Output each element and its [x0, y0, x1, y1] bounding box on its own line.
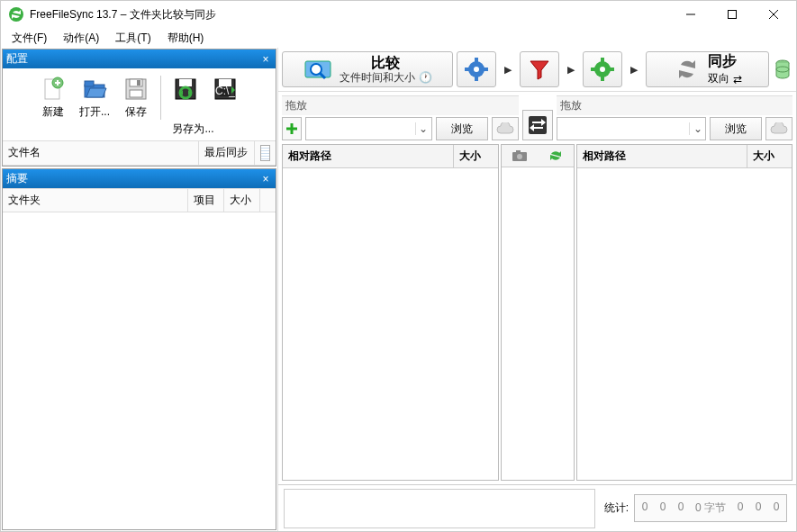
svg-rect-44	[516, 150, 521, 153]
sync-arrow[interactable]: ▶	[626, 51, 642, 87]
left-cloud-button[interactable]	[492, 117, 519, 140]
new-file-icon	[40, 76, 67, 103]
statusbar: 统计: 0 0 0 0 字节 0 0 0	[278, 484, 796, 531]
menu-help[interactable]: 帮助(H)	[160, 29, 212, 48]
filter-button[interactable]	[520, 51, 559, 87]
col-folder[interactable]: 文件夹	[3, 189, 187, 212]
folder-row: 拖放 ⌄ 浏览 拖放 ⌄ 浏览	[278, 92, 796, 144]
right-col-relpath[interactable]: 相对路径	[577, 145, 747, 167]
chevron-down-icon[interactable]: ⌄	[415, 122, 431, 135]
chevron-down-icon[interactable]: ⌄	[689, 122, 705, 135]
left-browse-button[interactable]: 浏览	[436, 117, 488, 140]
svg-point-32	[600, 67, 605, 72]
left-grid-body[interactable]	[283, 168, 498, 480]
left-folder-side: 拖放 ⌄ 浏览	[282, 95, 519, 140]
refresh-icon	[548, 149, 563, 163]
open-label: 打开...	[79, 104, 110, 120]
config-panel-close[interactable]: ×	[259, 53, 272, 66]
titlebar: FreeFileSync 13.7 – 文件夹比较与同步	[1, 1, 796, 28]
gear-blue-icon	[465, 58, 488, 81]
right-col-size[interactable]: 大小	[747, 145, 792, 167]
stats-box: 0 0 0 0 字节 0 0 0	[634, 494, 787, 522]
stat-5: 0	[752, 500, 765, 516]
save-as-batch-button[interactable]: C:\_	[208, 74, 242, 122]
action-bar: 比较 文件时间和大小🕐 ▶ ▶ ▶ 同步 双向⇄	[278, 48, 796, 92]
col-log-icon[interactable]	[254, 141, 276, 165]
action-view-button[interactable]	[548, 149, 563, 163]
database-icon	[775, 59, 790, 79]
save-as-label: 另存为...	[172, 122, 213, 137]
right-grid-body[interactable]	[577, 168, 792, 480]
right-path-combo[interactable]: ⌄	[557, 117, 707, 140]
filter-arrow[interactable]: ▶	[563, 51, 579, 87]
add-folder-pair-button[interactable]	[282, 117, 302, 140]
clock-icon: 🕐	[419, 71, 432, 84]
comparison-grids: 相对路径 大小 相对路径 大小	[278, 144, 796, 484]
col-last-sync[interactable]: 最后同步	[198, 141, 254, 165]
col-scroll-gap	[259, 189, 276, 212]
summary-list[interactable]	[3, 212, 276, 529]
left-col-relpath[interactable]: 相对路径	[283, 145, 453, 167]
two-way-icon: ⇄	[733, 73, 742, 86]
left-grid: 相对路径 大小	[282, 144, 499, 481]
col-items[interactable]: 项目	[187, 189, 223, 212]
col-filename[interactable]: 文件名	[3, 141, 198, 165]
menu-tools[interactable]: 工具(T)	[108, 29, 158, 48]
left-path-combo[interactable]: ⌄	[305, 117, 432, 140]
svg-rect-16	[179, 79, 192, 86]
right-drag-label: 拖放	[557, 95, 793, 115]
svg-rect-36	[609, 68, 614, 71]
svg-rect-14	[130, 90, 142, 97]
save-config-button[interactable]: 保存	[119, 74, 153, 122]
notebook-icon	[260, 145, 270, 161]
close-button[interactable]	[753, 1, 794, 28]
right-cloud-button[interactable]	[765, 117, 792, 140]
sync-sub: 双向	[708, 71, 729, 86]
svg-rect-28	[475, 76, 478, 81]
stat-6: 0	[770, 500, 783, 516]
left-col-size[interactable]: 大小	[453, 145, 498, 167]
maximize-button[interactable]	[711, 1, 753, 28]
config-panel-title: 配置	[6, 51, 28, 67]
sync-button[interactable]: 同步 双向⇄	[646, 51, 769, 87]
svg-rect-2	[729, 11, 737, 19]
middle-grid-body[interactable]	[502, 167, 574, 480]
svg-rect-29	[465, 68, 470, 71]
stat-bytes: 0 字节	[693, 500, 729, 516]
menu-file[interactable]: 文件(F)	[5, 29, 54, 48]
compare-button[interactable]: 比较 文件时间和大小🕐	[282, 51, 453, 87]
sync-settings-button[interactable]	[583, 51, 622, 87]
svg-rect-41	[529, 116, 547, 134]
summary-panel-header[interactable]: 摘要 ×	[3, 169, 276, 188]
menu-action[interactable]: 动作(A)	[56, 29, 106, 48]
minimize-button[interactable]	[670, 1, 711, 28]
config-columns: 文件名 最后同步	[3, 140, 276, 166]
swap-icon	[527, 114, 548, 136]
col-size[interactable]: 大小	[223, 189, 259, 212]
compare-arrow[interactable]: ▶	[500, 51, 516, 87]
compare-label: 比较	[371, 54, 400, 71]
summary-panel-close[interactable]: ×	[259, 173, 272, 185]
svg-point-26	[474, 67, 479, 72]
category-view-button[interactable]	[512, 149, 528, 162]
new-config-button[interactable]: 新建	[36, 74, 70, 122]
stats-label: 统计:	[604, 500, 629, 516]
middle-grid	[501, 144, 575, 481]
svg-rect-33	[601, 58, 604, 63]
compare-settings-button[interactable]	[457, 51, 496, 87]
svg-rect-13	[137, 80, 140, 86]
database-icon-button[interactable]	[773, 51, 792, 87]
svg-point-0	[9, 7, 23, 22]
swap-sides-button[interactable]	[522, 110, 553, 140]
config-panel-header[interactable]: 配置 ×	[3, 50, 276, 68]
stat-3: 0	[675, 500, 687, 516]
log-area[interactable]	[284, 489, 595, 528]
save-as-sync-button[interactable]	[168, 74, 203, 122]
cloud-icon	[770, 122, 788, 135]
save-label: 保存	[125, 104, 147, 120]
svg-point-43	[517, 154, 522, 159]
right-browse-button[interactable]: 浏览	[710, 117, 762, 140]
open-config-button[interactable]: 打开...	[76, 74, 113, 122]
funnel-icon	[528, 58, 551, 81]
save-sync-icon	[172, 76, 199, 103]
